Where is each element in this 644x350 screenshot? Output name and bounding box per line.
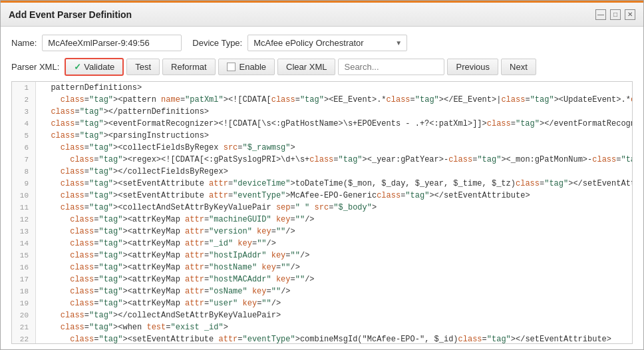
code-line: 6 class="tag"><collectFieldsByRegex src=… (12, 142, 632, 154)
line-content: class="tag"><attrKeyMap attr="_id" key="… (36, 238, 276, 250)
code-line: 17 class="tag"><attrKeyMap attr="hostMAC… (12, 273, 632, 285)
window-title: Add Event Parser Definition (9, 9, 132, 20)
validate-label: Validate (84, 62, 114, 72)
line-number: 14 (12, 238, 36, 250)
line-content: class="tag"></patternDefinitions> (36, 106, 209, 118)
toolbar-row: Parser XML: ✓ Validate Test Reformat Ena… (11, 58, 633, 76)
line-content: class="tag"><attrKeyMap attr="machineGUI… (36, 214, 315, 226)
code-line: 19 class="tag"><attrKeyMap attr="user" k… (12, 297, 632, 309)
code-editor[interactable]: 1 patternDefinitions>2 class="tag"><patt… (11, 81, 633, 344)
window-controls: — □ ✕ (595, 9, 635, 20)
line-number: 20 (12, 309, 36, 321)
line-content: class="tag"><collectFieldsByRegex src="$… (36, 142, 295, 154)
name-label: Name: (11, 38, 37, 48)
line-number: 8 (12, 166, 36, 178)
code-line: 20 class="tag"></collectAndSetAttrByKeyV… (12, 309, 632, 321)
line-number: 10 (12, 190, 36, 202)
line-content: class="tag"><when test="exist _id"> (36, 321, 228, 333)
line-number: 6 (12, 142, 36, 154)
line-content: class="tag"><regex><![CDATA[<:gPatSyslog… (36, 154, 633, 166)
line-number: 4 (12, 118, 36, 130)
line-content: class="tag"><eventFormatRecognizer><![CD… (36, 118, 633, 130)
line-content: class="tag"><collectAndSetAttrByKeyValue… (36, 202, 377, 214)
line-content: class="tag"></collectFieldsByRegex> (36, 166, 228, 178)
reformat-button[interactable]: Reformat (162, 59, 215, 75)
minimize-button[interactable]: — (595, 9, 606, 20)
line-number: 22 (12, 333, 36, 344)
line-content: class="tag"><setEventAttribute attr="eve… (36, 190, 530, 202)
line-content: class="tag"><attrKeyMap attr="osName" ke… (36, 285, 291, 297)
line-number: 18 (12, 285, 36, 297)
code-line: 14 class="tag"><attrKeyMap attr="_id" ke… (12, 238, 632, 250)
line-content: class="tag"><attrKeyMap attr="hostMACAdd… (36, 273, 315, 285)
code-line: 9 class="tag"><setEventAttribute attr="d… (12, 178, 632, 190)
device-type-select[interactable]: McAfee ePolicy Orchestrator (247, 35, 407, 51)
line-content: class="tag"><attrKeyMap attr="hostIpAddr… (36, 250, 309, 262)
line-content: class="tag"><parsingInstructions> (36, 130, 209, 142)
window-content: Name: Device Type: McAfee ePolicy Orches… (1, 27, 643, 349)
code-line: 13 class="tag"><attrKeyMap attr="version… (12, 226, 632, 238)
line-content: class="tag"><attrKeyMap attr="version" k… (36, 226, 295, 238)
code-line: 8 class="tag"></collectFieldsByRegex> (12, 166, 632, 178)
code-line: 10 class="tag"><setEventAttribute attr="… (12, 190, 632, 202)
line-number: 9 (12, 178, 36, 190)
line-number: 3 (12, 106, 36, 118)
line-number: 5 (12, 130, 36, 142)
close-button[interactable]: ✕ (625, 9, 635, 20)
code-line: 22 class="tag"><setEventAttribute attr="… (12, 333, 632, 344)
line-content: class="tag"><attrKeyMap attr="hostName" … (36, 262, 300, 273)
name-input[interactable] (42, 35, 182, 51)
line-number: 21 (12, 321, 36, 333)
test-button[interactable]: Test (126, 59, 160, 75)
line-number: 13 (12, 226, 36, 238)
main-window: Add Event Parser Definition — □ ✕ Name: … (0, 0, 644, 350)
line-number: 2 (12, 94, 36, 106)
line-number: 19 (12, 297, 36, 309)
line-number: 11 (12, 202, 36, 214)
clear-xml-button[interactable]: Clear XML (277, 59, 335, 75)
validate-button[interactable]: ✓ Validate (65, 58, 124, 76)
name-field-group: Name: (11, 35, 182, 51)
line-number: 17 (12, 273, 36, 285)
next-button[interactable]: Next (501, 59, 536, 75)
code-line: 21 class="tag"><when test="exist _id"> (12, 321, 632, 333)
line-content: class="tag"><attrKeyMap attr="user" key=… (36, 297, 281, 309)
line-content: patternDefinitions> (36, 82, 142, 94)
code-line: 1 patternDefinitions> (12, 82, 632, 94)
enable-label: Enable (240, 62, 266, 72)
code-line: 2 class="tag"><pattern name="patXml"><![… (12, 94, 632, 106)
title-bar: Add Event Parser Definition — □ ✕ (1, 3, 643, 27)
form-row: Name: Device Type: McAfee ePolicy Orches… (11, 35, 633, 51)
code-line: 18 class="tag"><attrKeyMap attr="osName"… (12, 285, 632, 297)
device-type-field-group: Device Type: McAfee ePolicy Orchestrator… (192, 35, 407, 51)
code-line: 4 class="tag"><eventFormatRecognizer><![… (12, 118, 632, 130)
line-number: 12 (12, 214, 36, 226)
maximize-button[interactable]: □ (610, 9, 621, 20)
device-type-label: Device Type: (192, 38, 242, 48)
code-line: 12 class="tag"><attrKeyMap attr="machine… (12, 214, 632, 226)
line-number: 16 (12, 262, 36, 273)
line-content: class="tag"><pattern name="patXml"><![CD… (36, 94, 633, 106)
line-content: class="tag"></collectAndSetAttrByKeyValu… (36, 309, 281, 321)
line-number: 7 (12, 154, 36, 166)
code-line: 7 class="tag"><regex><![CDATA[<:gPatSysl… (12, 154, 632, 166)
line-number: 15 (12, 250, 36, 262)
code-line: 16 class="tag"><attrKeyMap attr="hostNam… (12, 262, 632, 273)
parser-xml-label: Parser XML: (11, 62, 59, 72)
code-line: 11 class="tag"><collectAndSetAttrByKeyVa… (12, 202, 632, 214)
previous-button[interactable]: Previous (447, 59, 498, 75)
device-type-select-wrapper: McAfee ePolicy Orchestrator ▼ (247, 35, 407, 51)
line-number: 1 (12, 82, 36, 94)
enable-checkbox (227, 63, 236, 71)
code-line: 15 class="tag"><attrKeyMap attr="hostIpA… (12, 250, 632, 262)
code-line: 3 class="tag"></patternDefinitions> (12, 106, 632, 118)
code-line: 5 class="tag"><parsingInstructions> (12, 130, 632, 142)
checkmark-icon: ✓ (74, 62, 81, 72)
search-input[interactable] (338, 59, 444, 75)
line-content: class="tag"><setEventAttribute attr="dev… (36, 178, 633, 190)
enable-button[interactable]: Enable (218, 59, 275, 75)
line-content: class="tag"><setEventAttribute attr="eve… (36, 333, 611, 344)
